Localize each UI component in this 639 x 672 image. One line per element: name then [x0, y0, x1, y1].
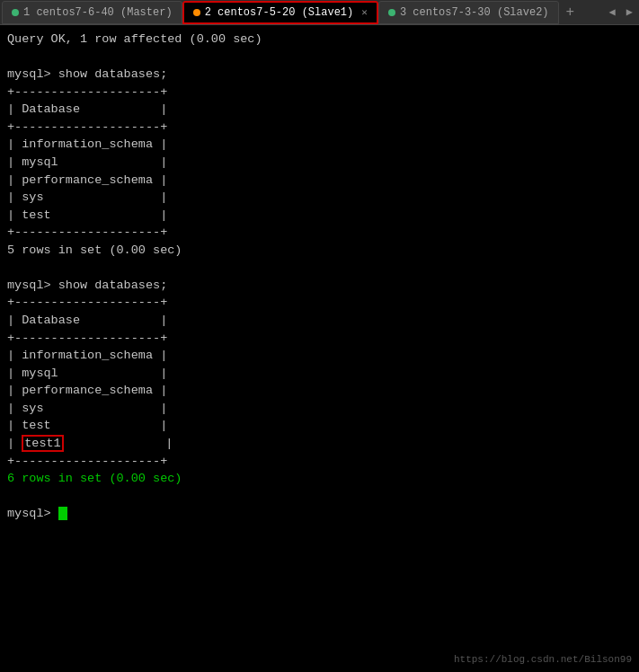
block2-count: 6 rows in set (0.00 sec) — [7, 470, 632, 488]
block2-row-2: | mysql | — [7, 365, 632, 383]
block2-border3: +--------------------+ — [7, 453, 632, 471]
block1-border3: +--------------------+ — [7, 224, 632, 242]
block1-count: 5 rows in set (0.00 sec) — [7, 242, 632, 260]
tab-2-close[interactable]: ✕ — [361, 6, 368, 18]
final-prompt: mysql> — [7, 505, 632, 523]
tab-add-button[interactable]: + — [559, 1, 582, 24]
block1-border1: +--------------------+ — [7, 84, 632, 102]
query-ok-line: Query OK, 1 row affected (0.00 sec) — [7, 31, 632, 49]
block2-row-1: | information_schema | — [7, 347, 632, 365]
block2-header: | Database | — [7, 312, 632, 330]
block2-prompt: mysql> show databases; — [7, 277, 632, 295]
block2-row-3: | performance_schema | — [7, 382, 632, 400]
tab-nav: ◀ ▶ — [605, 4, 637, 21]
tab-bar: 1 centos7-6-40 (Master) 2 centos7-5-20 (… — [0, 0, 639, 25]
tab-2-label: 2 centos7-5-20 (Slave1) — [205, 6, 354, 19]
block1-row-2: | mysql | — [7, 154, 632, 172]
blank-line-1 — [7, 49, 632, 66]
tab-3-label: 3 centos7-3-30 (Slave2) — [400, 6, 549, 19]
block1-row-4: | sys | — [7, 189, 632, 207]
tab-2[interactable]: 2 centos7-5-20 (Slave1) ✕ — [182, 1, 378, 24]
tab-3[interactable]: 3 centos7-3-30 (Slave2) — [378, 1, 559, 24]
block1-row-5: | test | — [7, 207, 632, 225]
block2-border2: +--------------------+ — [7, 330, 632, 348]
watermark: https://blog.csdn.net/Bilson99 — [454, 654, 632, 665]
cursor — [58, 507, 67, 520]
block1-border2: +--------------------+ — [7, 119, 632, 137]
block2-row-5: | test | — [7, 417, 632, 435]
tab-1-dot — [12, 9, 19, 16]
block2-row-4: | sys | — [7, 400, 632, 418]
terminal[interactable]: Query OK, 1 row affected (0.00 sec) mysq… — [0, 25, 639, 672]
block1-row-1: | information_schema | — [7, 136, 632, 154]
block1-prompt: mysql> show databases; — [7, 66, 632, 84]
tab-nav-left[interactable]: ◀ — [605, 4, 620, 21]
block1-header: | Database | — [7, 101, 632, 119]
tab-nav-right[interactable]: ▶ — [622, 4, 637, 21]
block1-row-3: | performance_schema | — [7, 172, 632, 190]
blank-line-2 — [7, 259, 632, 277]
tab-3-dot — [388, 9, 395, 16]
block2-border1: +--------------------+ — [7, 294, 632, 312]
block2-row-highlighted: | test1 | — [7, 435, 632, 453]
tab-2-dot — [193, 9, 200, 16]
tab-1-label: 1 centos7-6-40 (Master) — [23, 6, 173, 19]
blank-line-3 — [7, 488, 632, 506]
tab-1[interactable]: 1 centos7-6-40 (Master) — [2, 1, 182, 24]
